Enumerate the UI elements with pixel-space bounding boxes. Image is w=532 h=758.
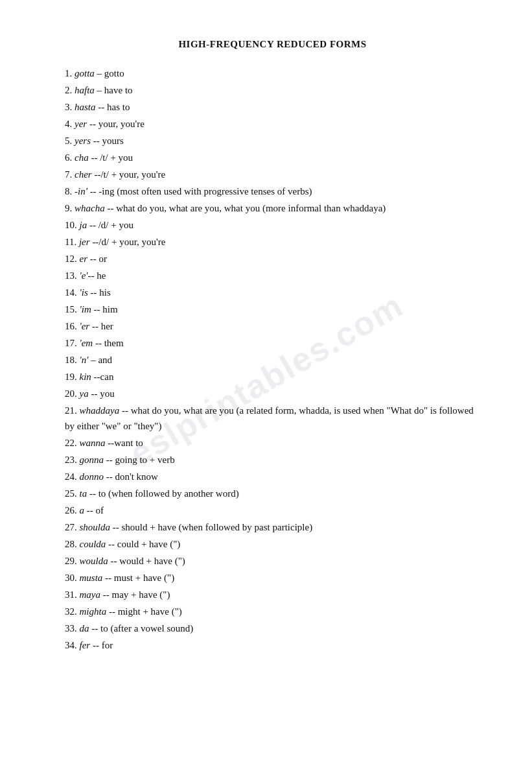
list-item: 34. fer -- for <box>65 637 480 653</box>
item-term: wanna <box>80 438 106 448</box>
item-definition: --want to <box>106 438 143 448</box>
item-number: 9. <box>65 203 75 213</box>
item-term: shoulda <box>80 522 111 532</box>
item-term: fer <box>80 640 91 650</box>
item-definition: --/t/ + your, you're <box>92 169 165 180</box>
list-item: 13. 'e'-- he <box>65 268 480 283</box>
item-term: cher <box>75 169 92 180</box>
item-number: 7. <box>65 169 75 180</box>
item-number: 24. <box>65 471 80 482</box>
item-number: 2. <box>65 85 75 95</box>
list-item: 29. woulda -- would + have (") <box>65 553 480 569</box>
item-number: 8. <box>65 186 75 196</box>
item-term: 'e' <box>80 270 88 281</box>
item-definition: -- he <box>88 270 106 281</box>
page-title: HIGH-FREQUENCY REDUCED FORMS <box>65 39 480 50</box>
list-item: 4. yer -- your, you're <box>65 116 480 132</box>
item-definition: -- /d/ + you <box>87 220 133 230</box>
item-number: 15. <box>65 304 80 314</box>
item-number: 32. <box>65 606 80 617</box>
item-definition: -- what do you, what are you, what you (… <box>105 203 386 213</box>
item-definition: -- you <box>89 388 115 399</box>
item-term: yers <box>75 136 91 146</box>
item-number: 13. <box>65 270 80 281</box>
item-term: cha <box>75 152 89 163</box>
item-definition: -- don't know <box>104 471 158 482</box>
item-term: jer <box>79 237 90 247</box>
list-item: 32. mighta -- might + have (") <box>65 604 480 619</box>
item-number: 27. <box>65 522 80 532</box>
list-item: 30. musta -- must + have (") <box>65 570 480 586</box>
list-item: 22. wanna --want to <box>65 435 480 451</box>
item-definition: -- could + have (") <box>106 539 180 549</box>
item-definition: -- has to <box>96 102 130 112</box>
item-term: er <box>80 254 88 264</box>
item-definition: -- them <box>93 338 123 348</box>
item-number: 19. <box>65 372 80 382</box>
item-definition: -- must + have (") <box>102 573 174 583</box>
item-number: 6. <box>65 152 75 163</box>
list-item: 2. hafta – have to <box>65 82 480 98</box>
item-term: 'im <box>80 304 91 314</box>
item-number: 17. <box>65 338 80 348</box>
list-item: 17. 'em -- them <box>65 335 480 351</box>
list-item: 26. a -- of <box>65 503 480 518</box>
list-item: 15. 'im -- him <box>65 302 480 317</box>
item-number: 33. <box>65 623 80 634</box>
item-term: mighta <box>80 606 107 617</box>
item-definition: -- /t/ + you <box>89 152 133 163</box>
item-definition: -- might + have (") <box>106 606 182 617</box>
item-term: gonna <box>80 455 104 465</box>
item-number: 26. <box>65 505 80 515</box>
item-number: 14. <box>65 287 80 298</box>
item-definition: -- your, you're <box>87 119 145 129</box>
item-definition: -- going to + verb <box>104 455 175 465</box>
item-term: ta <box>80 488 87 499</box>
item-term: 'is <box>80 287 88 298</box>
item-number: 25. <box>65 488 80 499</box>
item-number: 21. <box>65 405 80 416</box>
item-term: hasta <box>75 102 96 112</box>
list-item: 9. whacha -- what do you, what are you, … <box>65 200 480 216</box>
item-number: 28. <box>65 539 80 549</box>
item-term: -in' <box>75 186 87 196</box>
page-content: HIGH-FREQUENCY REDUCED FORMS 1. gotta – … <box>65 39 480 653</box>
item-definition: -- should + have (when followed by past … <box>110 522 312 532</box>
item-term: hafta <box>75 85 95 95</box>
list-item: 10. ja -- /d/ + you <box>65 217 480 233</box>
item-definition: -- to (after a vowel sound) <box>89 623 194 634</box>
list-item: 25. ta -- to (when followed by another w… <box>65 486 480 501</box>
item-number: 22. <box>65 438 80 448</box>
item-term: kin <box>80 372 91 382</box>
items-list: 1. gotta – gotto2. hafta – have to3. has… <box>65 65 480 653</box>
item-definition: – have to <box>95 85 133 95</box>
item-term: ja <box>80 220 87 230</box>
item-definition: -- for <box>90 640 113 650</box>
item-number: 18. <box>65 355 80 365</box>
item-term: coulda <box>80 539 106 549</box>
item-number: 3. <box>65 102 75 112</box>
list-item: 5. yers -- yours <box>65 133 480 148</box>
item-definition: -- would + have (") <box>108 556 185 566</box>
item-definition: -- or <box>87 254 107 264</box>
item-term: ya <box>80 388 89 399</box>
list-item: 23. gonna -- going to + verb <box>65 452 480 468</box>
list-item: 21. whaddaya -- what do you, what are yo… <box>65 403 480 434</box>
item-definition: -- her <box>89 321 113 331</box>
item-number: 4. <box>65 119 75 129</box>
list-item: 20. ya -- you <box>65 386 480 401</box>
item-number: 31. <box>65 589 80 600</box>
item-number: 30. <box>65 573 80 583</box>
list-item: 3. hasta -- has to <box>65 99 480 115</box>
list-item: 19. kin --can <box>65 369 480 385</box>
list-item: 16. 'er -- her <box>65 318 480 334</box>
item-definition: -- -ing (most often used with progressiv… <box>87 186 312 196</box>
list-item: 12. er -- or <box>65 251 480 266</box>
item-number: 23. <box>65 455 80 465</box>
item-number: 20. <box>65 388 80 399</box>
list-item: 33. da -- to (after a vowel sound) <box>65 621 480 636</box>
item-term: 'er <box>80 321 90 331</box>
list-item: 11. jer --/d/ + your, you're <box>65 234 480 250</box>
item-term: 'n' <box>80 355 89 365</box>
item-number: 16. <box>65 321 80 331</box>
